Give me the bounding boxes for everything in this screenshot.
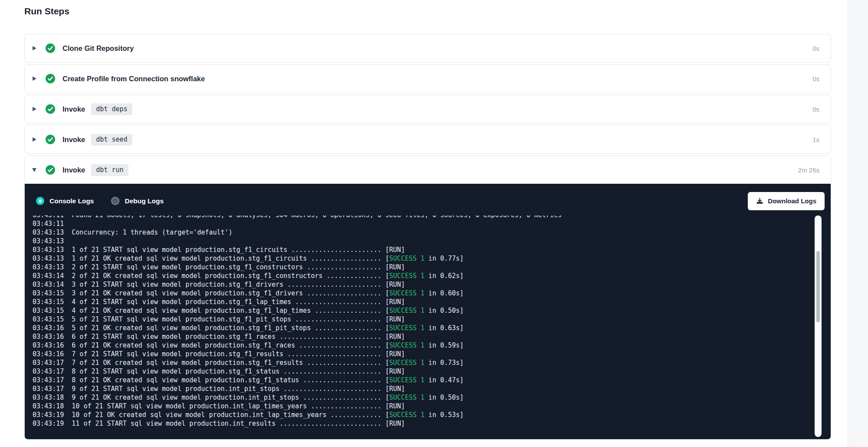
log-panel: Console Logs Debug Logs Download Logs 03… (25, 184, 831, 439)
debug-logs-radio[interactable]: Debug Logs (111, 197, 164, 205)
step-title: Clone Git Repository (62, 44, 134, 53)
caret-right-icon[interactable] (31, 107, 38, 111)
log-line: 03:43:13 1 of 21 OK created sql view mod… (33, 254, 831, 263)
run-steps-page: Run Steps Clone Git Repository0sCreate P… (24, 0, 831, 441)
step-duration: 2m 26s (798, 166, 819, 174)
step-row-create-profile-from-connection-snowflake[interactable]: Create Profile from Connection snowflake… (25, 65, 831, 93)
download-logs-label: Download Logs (768, 197, 816, 205)
caret-down-icon[interactable] (31, 168, 38, 172)
log-line: 03:43:16 7 of 21 START sql view model pr… (33, 350, 831, 358)
log-line: 03:43:13 1 of 21 START sql view model pr… (33, 245, 831, 254)
log-scrollbar-thumb[interactable] (816, 251, 820, 322)
step-duration: 0s (812, 106, 819, 113)
download-logs-button[interactable]: Download Logs (748, 192, 825, 210)
step-row-invoke-dbt-deps[interactable]: Invokedbt deps0s (25, 95, 831, 123)
page-right-gutter (848, 0, 868, 447)
log-line: 03:43:17 8 of 21 OK created sql view mod… (33, 376, 831, 384)
step-duration: 0s (812, 45, 819, 52)
step-card-clone-git-repository: Clone Git Repository0s (24, 34, 831, 63)
radio-unselected-icon[interactable] (111, 197, 119, 205)
log-line: 03:43:15 5 of 21 START sql view model pr… (33, 315, 831, 324)
step-title: Create Profile from Connection snowflake (62, 75, 205, 83)
log-line: 03:43:16 5 of 21 OK created sql view mod… (33, 324, 831, 332)
step-card-invoke-dbt-deps: Invokedbt deps0s (24, 95, 831, 123)
log-line: 03:43:11 Found 21 models, 17 tests, 0 sn… (33, 215, 831, 219)
log-lines: 03:43:11 Found 21 models, 17 tests, 0 sn… (33, 215, 831, 428)
console-log-output[interactable]: 03:43:11 Found 21 models, 17 tests, 0 sn… (25, 215, 831, 439)
caret-right-icon[interactable] (31, 76, 38, 81)
log-line: 03:43:17 7 of 21 OK created sql view mod… (33, 358, 831, 367)
step-card-create-profile-from-connection-snowflake: Create Profile from Connection snowflake… (24, 64, 831, 93)
log-scrollbar[interactable] (815, 215, 822, 437)
run-steps-list: Clone Git Repository0sCreate Profile fro… (24, 34, 831, 440)
console-logs-radio[interactable]: Console Logs (36, 197, 94, 205)
caret-right-icon[interactable] (31, 137, 38, 142)
log-line: 03:43:13 Concurrency: 1 threads (target=… (33, 228, 831, 237)
log-line: 03:43:17 8 of 21 START sql view model pr… (33, 367, 831, 376)
log-toolbar: Console Logs Debug Logs Download Logs (25, 184, 831, 215)
step-command-badge: dbt run (91, 164, 128, 176)
log-line: 03:43:15 4 of 21 START sql view model pr… (33, 298, 831, 306)
step-duration: 0s (812, 75, 819, 83)
step-title: Invoke (62, 136, 85, 144)
log-line: 03:43:19 11 of 21 START sql view model p… (33, 419, 831, 428)
debug-logs-label: Debug Logs (125, 197, 164, 205)
log-line: 03:43:14 3 of 21 START sql view model pr… (33, 280, 831, 289)
radio-selected-icon[interactable] (36, 197, 44, 205)
step-duration: 1s (812, 136, 819, 143)
step-card-invoke-dbt-run: Invokedbt run2m 26s Console Logs Debug L… (24, 156, 831, 440)
step-title: Invoke (62, 166, 85, 174)
step-row-invoke-dbt-seed[interactable]: Invokedbt seed1s (25, 126, 831, 153)
log-line: 03:43:15 4 of 21 OK created sql view mod… (33, 306, 831, 315)
step-row-clone-git-repository[interactable]: Clone Git Repository0s (25, 34, 831, 62)
download-icon (756, 197, 763, 205)
success-check-icon (46, 43, 55, 53)
success-check-icon (46, 165, 55, 175)
console-logs-label: Console Logs (49, 197, 94, 205)
log-line: 03:43:11 (33, 219, 831, 228)
log-line: 03:43:17 9 of 21 START sql view model pr… (33, 384, 831, 393)
log-line: 03:43:16 6 of 21 START sql view model pr… (33, 332, 831, 341)
log-line: 03:43:15 3 of 21 OK created sql view mod… (33, 289, 831, 298)
log-line: 03:43:18 9 of 21 OK created sql view mod… (33, 393, 831, 402)
page-title: Run Steps (24, 6, 831, 17)
caret-right-icon[interactable] (31, 46, 38, 50)
success-check-icon (46, 74, 55, 83)
step-row-invoke-dbt-run[interactable]: Invokedbt run2m 26s (25, 156, 831, 184)
log-line: 03:43:14 2 of 21 OK created sql view mod… (33, 272, 831, 280)
step-card-invoke-dbt-seed: Invokedbt seed1s (24, 125, 831, 154)
success-check-icon (46, 135, 55, 144)
log-line: 03:43:18 10 of 21 START sql view model p… (33, 402, 831, 411)
log-line: 03:43:13 2 of 21 START sql view model pr… (33, 263, 831, 272)
step-command-badge: dbt seed (91, 134, 132, 146)
success-check-icon (46, 104, 55, 114)
step-command-badge: dbt deps (91, 103, 132, 115)
log-line: 03:43:16 6 of 21 OK created sql view mod… (33, 341, 831, 350)
step-title: Invoke (62, 105, 85, 113)
log-line: 03:43:19 10 of 21 OK created sql view mo… (33, 411, 831, 419)
log-line: 03:43:13 (33, 237, 831, 245)
